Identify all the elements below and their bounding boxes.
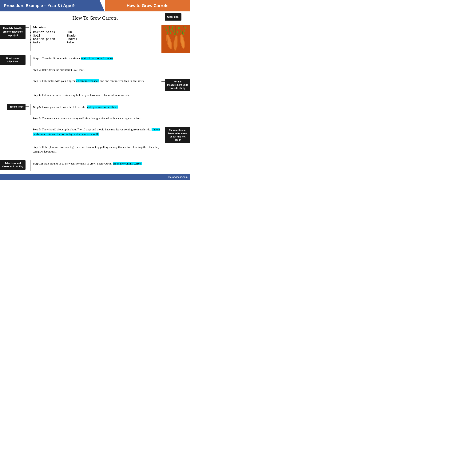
step-7-text-before: They should shoot up in about 7 to 10 da…: [42, 128, 152, 131]
step-2-text: Rake down the dirt until it is all level…: [42, 68, 85, 71]
adjectives-annotation: Good use of adjectives: [0, 55, 26, 65]
step-3: Step 3: Poke holes with your fingers ten…: [33, 79, 160, 83]
step-9-text: If the plants are to close together, thi…: [33, 145, 160, 153]
step-5: Step 5: Cover your seeds with the leftov…: [33, 105, 160, 109]
header-left: Procedure Example – Year 3 / Age 9: [0, 0, 105, 11]
step-6-text: You must water your seeds very well afte…: [42, 117, 142, 120]
materials-columns: Carrot seeds Soil Garden patch Water Sun…: [33, 31, 160, 44]
materials-item: Sun: [67, 31, 78, 34]
step-3-text-before: Poke holes with your fingers: [42, 79, 75, 83]
header-right-label: How to Grow Carrots: [127, 3, 169, 8]
materials-item: Carrot seeds: [33, 31, 55, 34]
carrot-image: [161, 25, 190, 53]
footer: literacyideas.com: [0, 174, 190, 180]
materials-item: Shade: [67, 34, 78, 37]
step-5-highlight: until you can not see them.: [87, 105, 118, 108]
step-9: Step 9: If the plants are to close toget…: [33, 145, 160, 154]
step-10-text-before: Wait around 15 to 18 weeks for them to g…: [44, 162, 113, 165]
step-5-label: Step 5:: [33, 105, 42, 108]
step-10-label: Step 10:: [33, 162, 43, 165]
materials-col2: Sun Shade Shovel Rake: [67, 31, 78, 44]
materials-item: Soil: [33, 34, 55, 37]
materials-heading: Materials:: [33, 26, 160, 29]
step-4-label: Step 4:: [33, 93, 41, 97]
step-2-label: Step 2:: [33, 68, 41, 71]
step-4: Step 4: Put four carrot seeds in every h…: [33, 93, 160, 97]
header-left-label: Procedure Example – Year 3 / Age 9: [4, 3, 75, 8]
materials-item: Water: [33, 41, 55, 44]
step-6: Step 6: You must water your seeds very w…: [33, 116, 160, 121]
present-tense-annotation: Present tense: [7, 104, 26, 110]
page: Procedure Example – Year 3 / Age 9 How t…: [0, 0, 190, 180]
materials-item: Shovel: [67, 37, 78, 41]
clear-goal-annotation: Clear goal: [165, 13, 181, 20]
materials-item: Rake: [67, 41, 78, 44]
step-5-text-before: Cover your seeds with the leftover dirt: [42, 105, 87, 108]
materials-col1: Carrot seeds Soil Garden patch Water: [33, 31, 55, 44]
step-4-text: Put four carrot seeds in every hole so y…: [42, 93, 130, 97]
step-10: Step 10: Wait around 15 to 18 weeks for …: [33, 161, 160, 166]
adjectives2-annotation: Adjectives add character to writing: [0, 160, 26, 170]
step-3-highlight: ten centimeters apart: [76, 79, 99, 83]
step-9-label: Step 9:: [33, 145, 41, 149]
materials-annotation: Materials listed in order of relevance t…: [0, 25, 26, 39]
step-7-label: Step 7:: [33, 128, 41, 131]
clarifies-issue-annotation: This clarifies an issue to be aware of b…: [165, 127, 190, 143]
step-6-label: Step 6:: [33, 117, 41, 120]
step-2: Step 2: Rake down the dirt until it is a…: [33, 68, 160, 72]
step-3-label: Step 3:: [33, 79, 41, 83]
step-7: Step 7: They should shoot up in about 7 …: [33, 127, 160, 136]
step-10-highlight: enjoy the yummy carrots.: [113, 162, 142, 165]
step-1-text-before: Turn the dirt over with the shovel: [42, 57, 81, 60]
formal-measurement-annotation: Formal measurement units provide clarity: [165, 79, 190, 91]
step-1: Step 1: Turn the dirt over with the shov…: [33, 56, 160, 61]
step-1-highlight: until all the dirt looks loose.: [81, 57, 113, 60]
doc-title: How To Grow Carrots.: [31, 13, 160, 21]
header: Procedure Example – Year 3 / Age 9 How t…: [0, 0, 190, 11]
materials-item: Garden patch: [33, 37, 55, 41]
footer-label: literacyideas.com: [169, 176, 187, 178]
header-right: How to Grow Carrots: [105, 0, 190, 11]
step-1-label: Step 1:: [33, 57, 42, 60]
step-3-text-after: and one centimeters deep in neat rows.: [99, 79, 145, 83]
